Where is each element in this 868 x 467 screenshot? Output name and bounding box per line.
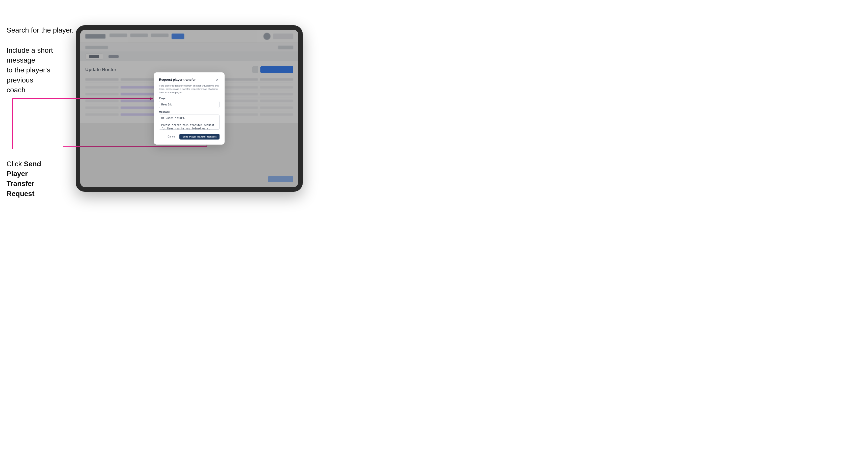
message-textarea[interactable]: Hi Coach McHarg, Please accept this tran…: [159, 115, 219, 130]
tablet-screen: Update Roster: [80, 30, 298, 187]
request-transfer-modal: Request player transfer ✕ If the player …: [154, 72, 224, 145]
close-button[interactable]: ✕: [215, 77, 219, 82]
modal-description: If the player is transferring from anoth…: [159, 84, 219, 94]
modal-overlay: Request player transfer ✕ If the player …: [80, 30, 298, 187]
player-label: Player: [159, 97, 219, 100]
annotation-search: Search for the player.: [6, 25, 74, 35]
modal-footer: Cancel Send Player Transfer Request: [159, 134, 219, 139]
player-input[interactable]: [159, 101, 219, 108]
modal-header: Request player transfer ✕: [159, 77, 219, 82]
tablet-frame: Update Roster: [76, 25, 303, 192]
annotation-click: Click Send PlayerTransfer Request: [6, 159, 62, 198]
modal-title: Request player transfer: [159, 78, 195, 82]
annotation-message: Include a short messageto the player's p…: [6, 45, 75, 95]
send-transfer-button[interactable]: Send Player Transfer Request: [179, 134, 219, 139]
message-label: Message: [159, 111, 219, 113]
cancel-button[interactable]: Cancel: [165, 134, 177, 139]
